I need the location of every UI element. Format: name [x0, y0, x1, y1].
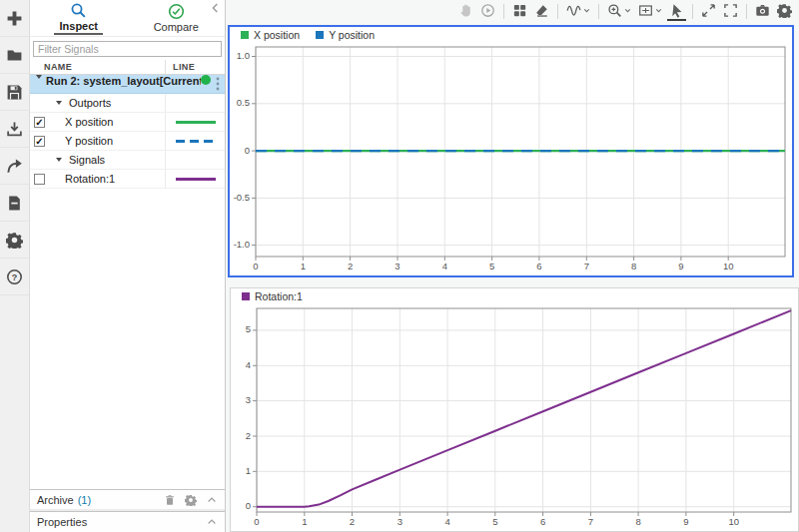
filter-area [30, 37, 225, 60]
tab-inspect[interactable]: Inspect [30, 0, 128, 36]
cursor-icon [669, 3, 684, 18]
signal-row-y-position[interactable]: ✓Y position [30, 132, 225, 151]
legend-item-y-position[interactable]: Y position [316, 29, 375, 41]
archive-bar[interactable]: Archive (1) [30, 489, 225, 509]
legend-swatch [316, 31, 324, 39]
fit-view-button[interactable] [636, 1, 664, 21]
legend-item-rotation[interactable]: Rotation:1 [242, 290, 303, 302]
line-style-swatch[interactable] [176, 178, 216, 181]
import-icon [6, 121, 23, 138]
run-row[interactable]: Run 2: system_layout[Current] [30, 75, 225, 94]
snapshot-icon [755, 3, 770, 18]
cursor-button[interactable] [667, 1, 686, 21]
dropdown-caret-icon[interactable] [655, 7, 662, 14]
save-button[interactable] [0, 74, 29, 111]
signal-list-empty-area [30, 189, 225, 489]
subplot-2[interactable]: Rotation:1 012345678910012345 [230, 287, 799, 532]
tab-inspect-label: Inspect [54, 20, 103, 35]
subplot-2-canvas[interactable]: 012345678910012345 [231, 304, 798, 532]
collapse-triangle-icon[interactable] [36, 75, 42, 79]
signal-checkbox[interactable] [34, 174, 45, 185]
signal-wave-button[interactable] [564, 1, 592, 21]
signal-row-x-position[interactable]: ✓X position [30, 113, 225, 132]
layout-icon [512, 3, 527, 18]
svg-text:3: 3 [398, 516, 402, 527]
svg-text:2: 2 [348, 261, 353, 271]
replay-button[interactable] [478, 1, 497, 21]
plot-area: X position Y position 0123456789101.00.5… [226, 0, 799, 532]
settings-button[interactable] [775, 1, 794, 21]
expand-button[interactable] [699, 1, 718, 21]
signal-row-rotation[interactable]: Rotation:1 [30, 170, 225, 189]
line-style-swatch[interactable] [176, 140, 216, 143]
group-row-outports[interactable]: Outports [30, 94, 225, 113]
settings-icon [777, 3, 792, 18]
signal-checkbox[interactable]: ✓ [34, 136, 45, 147]
collapse-properties-chevron-icon[interactable] [206, 516, 218, 528]
open-button[interactable] [0, 37, 29, 74]
archive-settings-gear-icon[interactable] [185, 494, 197, 506]
eraser-button[interactable] [532, 1, 551, 21]
pan-icon [458, 3, 473, 18]
archive-count: (1) [78, 494, 91, 506]
replay-icon [480, 3, 495, 18]
collapse-archive-chevron-icon[interactable] [206, 494, 218, 506]
fullscreen-button[interactable] [721, 1, 740, 21]
subplot-1-canvas[interactable]: 0123456789101.00.50-0.5-1.0 [230, 43, 792, 279]
signal-wave-icon [566, 3, 581, 18]
report-icon [6, 195, 23, 212]
subplot-1[interactable]: X position Y position 0123456789101.00.5… [228, 25, 794, 277]
properties-label: Properties [37, 516, 87, 528]
kebab-menu-icon[interactable] [213, 75, 223, 93]
svg-text:5: 5 [492, 516, 497, 527]
trash-icon[interactable] [164, 494, 176, 506]
help-icon: ? [6, 268, 23, 285]
snapshot-button[interactable] [753, 1, 772, 21]
add-button[interactable] [0, 0, 29, 37]
svg-text:1.0: 1.0 [237, 50, 250, 61]
svg-text:7: 7 [588, 516, 593, 527]
fit-view-icon [638, 3, 653, 18]
dropdown-caret-icon[interactable] [624, 7, 631, 14]
svg-text:5: 5 [489, 261, 494, 271]
zoom-in-icon [607, 3, 622, 18]
toolbar-separator [598, 4, 599, 19]
run-status-dot [201, 75, 211, 85]
settings-button[interactable] [0, 222, 29, 259]
column-header-name: NAME [30, 60, 165, 74]
filter-signals-input[interactable] [33, 41, 222, 57]
legend-item-x-position[interactable]: X position [241, 29, 300, 41]
tab-compare-label: Compare [149, 21, 204, 34]
dropdown-caret-icon[interactable] [583, 7, 590, 14]
zoom-in-button[interactable] [605, 1, 633, 21]
export-button[interactable] [0, 148, 29, 185]
toolbar-separator [557, 4, 558, 19]
svg-text:5: 5 [246, 323, 251, 334]
svg-text:-1.0: -1.0 [234, 239, 250, 250]
svg-text:0: 0 [246, 500, 251, 511]
collapse-sidebar-icon[interactable] [209, 1, 223, 15]
svg-text:0: 0 [245, 145, 250, 156]
report-button[interactable] [0, 185, 29, 222]
import-button[interactable] [0, 111, 29, 148]
signal-checkbox[interactable]: ✓ [34, 117, 45, 128]
help-button[interactable]: ? [0, 259, 29, 295]
svg-text:6: 6 [540, 516, 545, 527]
expand-icon [701, 3, 716, 18]
properties-bar[interactable]: Properties [30, 511, 225, 532]
group-label: Signals [69, 154, 105, 166]
line-style-swatch[interactable] [176, 121, 216, 124]
collapse-triangle-icon[interactable] [56, 158, 62, 162]
svg-text:1: 1 [246, 465, 251, 476]
legend-swatch [242, 292, 250, 300]
layout-button[interactable] [510, 1, 529, 21]
svg-text:2: 2 [246, 430, 251, 441]
group-row-signals[interactable]: Signals [30, 151, 225, 170]
compare-check-icon [168, 3, 185, 20]
pan-button [456, 1, 475, 21]
svg-text:10: 10 [723, 261, 734, 271]
collapse-triangle-icon[interactable] [56, 101, 62, 105]
svg-text:0: 0 [254, 516, 259, 527]
svg-text:3: 3 [246, 394, 251, 405]
subplot-2-legend: Rotation:1 [231, 288, 798, 304]
